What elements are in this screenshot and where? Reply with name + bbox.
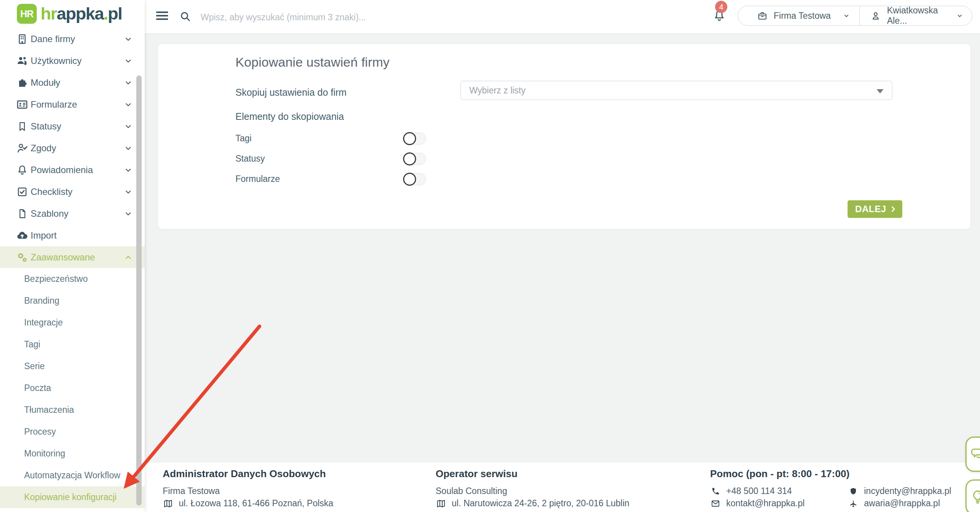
footer-help-email[interactable]: kontakt@hrappka.pl [726,498,805,509]
sidebar-subitem-procesy[interactable]: Procesy [0,421,145,443]
toggle-label-formularze: Formularze [235,174,280,184]
lightbulb-icon [970,489,980,505]
toggle-label-statusy: Statusy [235,154,265,164]
search-input[interactable] [200,8,584,26]
sidebar-subitem-label: Monitoring [24,448,65,459]
sidebar-item-szablony[interactable]: Szablony [0,203,145,224]
footer: Administrator Danych Osobowych Firma Tes… [145,463,980,512]
sidebar-item-statusy[interactable]: Statusy [0,115,145,137]
footer-help-failure-email[interactable]: awaria@hrappka.pl [864,498,940,509]
sidebar-subitem-monitoring[interactable]: Monitoring [0,443,145,465]
sidebar-item-label: Zgody [31,143,56,154]
next-button[interactable]: DALEJ [848,200,902,218]
copy-settings-card: Kopiowanie ustawień firmy Skopiuj ustawi… [158,44,970,229]
sidebar-scrollbar-thumb[interactable] [136,75,142,505]
footer-help-incident-email[interactable]: incydenty@hrappka.pl [864,486,951,496]
sidebar-subitem-integracje[interactable]: Integracje [0,312,145,334]
toggle-formularze[interactable] [403,173,427,186]
briefcase-icon [757,11,768,21]
sidebar-subitem-bezpieczenstwo[interactable]: Bezpieczeństwo [0,268,145,290]
sidebar-subitem-label: Poczta [24,383,51,393]
footer-help-phone[interactable]: +48 500 114 314 [726,486,792,496]
notifications-button[interactable]: 4 [712,1,737,29]
toggle-tagi[interactable] [403,132,427,145]
sidebar-item-uzytkownicy[interactable]: Użytkownicy [0,50,145,72]
chevron-down-icon [956,12,964,20]
bell-icon [15,163,29,177]
sidebar-subitem-label: Kopiowanie konfiguracji [24,492,117,502]
sidebar-item-zaawansowane[interactable]: Zaawansowane [0,246,145,268]
sidebar-item-label: Zaawansowane [31,252,95,263]
chevron-down-icon [124,122,132,131]
sidebar-item-checklisty[interactable]: Checklisty [0,181,145,203]
select-placeholder: Wybierz z listy [469,85,526,96]
sidebar-item-formularze[interactable]: Formularze [0,93,145,115]
context-selector: Firma Testowa Kwiatkowska Ale... [738,6,972,26]
sidebar-subitem-label: Bezpieczeństwo [24,274,88,284]
footer-operator-address: ul. Narutowicza 24-26, 2 piętro, 20-016 … [452,498,629,509]
sidebar-subitem-label: Tłumaczenia [24,405,74,415]
footer-admin-company: Firma Testowa [163,486,220,496]
map-icon [163,499,173,509]
bookmark-icon [15,119,29,133]
toggle-statusy[interactable] [403,152,427,165]
footer-operator-company: Soulab Consulting [436,486,507,496]
sidebar-item-import[interactable]: Import [0,224,145,246]
topbar: 4 Firma Testowa Kwiatkowska Ale... [145,0,980,34]
sidebar-item-moduly[interactable]: Moduły [0,72,145,93]
chevron-down-icon [124,144,132,152]
plane-icon [848,499,859,508]
sidebar-subitem-label: Branding [24,296,59,306]
chevron-down-icon [124,188,132,196]
sidebar-subitem-label: Automatyzacja Workflow [24,470,120,481]
chat-bubbles-icon [970,446,980,462]
company-list-select[interactable]: Wybierz z listy [461,81,892,100]
sidebar-subitem-tagi[interactable]: Tagi [0,334,145,355]
toggle-knob [403,152,416,165]
chevron-down-icon [843,12,850,20]
toggle-knob [403,132,416,145]
sidebar-subitem-branding[interactable]: Branding [0,290,145,312]
sidebar-item-label: Użytkownicy [31,56,82,66]
cloud-upload-icon [15,229,29,242]
chevron-down-icon [124,166,132,174]
app-logo[interactable]: HR hrappka.pl [17,4,122,24]
chevron-down-icon [124,209,132,218]
logo-icon: HR [17,4,37,24]
sidebar-subitem-kopiowanie-konfiguracji[interactable]: Kopiowanie konfiguracji [0,486,145,508]
sidebar-subitem-automatyzacja-workflow[interactable]: Automatyzacja Workflow [0,465,145,486]
hamburger-menu-icon[interactable] [156,11,168,22]
sidebar-subitem-poczta[interactable]: Poczta [0,377,145,399]
user-icon [871,11,881,21]
sidebar-menu: Dane firmy Użytkownicy Moduły Formularze… [0,28,145,508]
phone-icon [710,487,721,496]
footer-admin-heading: Administrator Danych Osobowych [163,468,333,480]
users-icon [15,54,29,68]
logo-text-hr: hr [41,4,57,23]
caret-down-icon [877,89,884,93]
footer-admin-column: Administrator Danych Osobowych Firma Tes… [163,468,333,509]
sidebar-item-zgody[interactable]: Zgody [0,137,145,159]
sidebar-item-label: Moduły [31,77,60,88]
user-selector-label: Kwiatkowska Ale... [887,5,950,26]
sidebar-subitem-serie[interactable]: Serie [0,355,145,377]
idea-button[interactable] [965,479,980,512]
building-icon [15,32,29,46]
sidebar-subitem-tlumaczenia[interactable]: Tłumaczenia [0,399,145,421]
shield-icon [848,487,859,496]
footer-help-heading: Pomoc (pon - pt: 8:00 - 17:00) [710,468,963,480]
company-selector[interactable]: Firma Testowa [738,6,860,25]
elements-heading: Elementy do skopiowania [235,111,344,122]
sidebar-item-powiadomienia[interactable]: Powiadomienia [0,159,145,181]
toggle-label-tagi: Tagi [235,133,252,144]
chevron-right-icon [889,205,897,213]
sidebar-item-dane-firmy[interactable]: Dane firmy [0,28,145,50]
chevron-down-icon [124,35,132,43]
notification-badge: 4 [715,1,727,13]
footer-admin-address: ul. Łozowa 118, 61-466 Poznań, Polska [179,498,333,509]
puzzle-icon [15,76,29,90]
user-selector[interactable]: Kwiatkowska Ale... [860,6,972,25]
chevron-down-icon [124,79,132,87]
logo-text-dot: . [104,4,108,23]
chat-button[interactable] [965,437,980,472]
